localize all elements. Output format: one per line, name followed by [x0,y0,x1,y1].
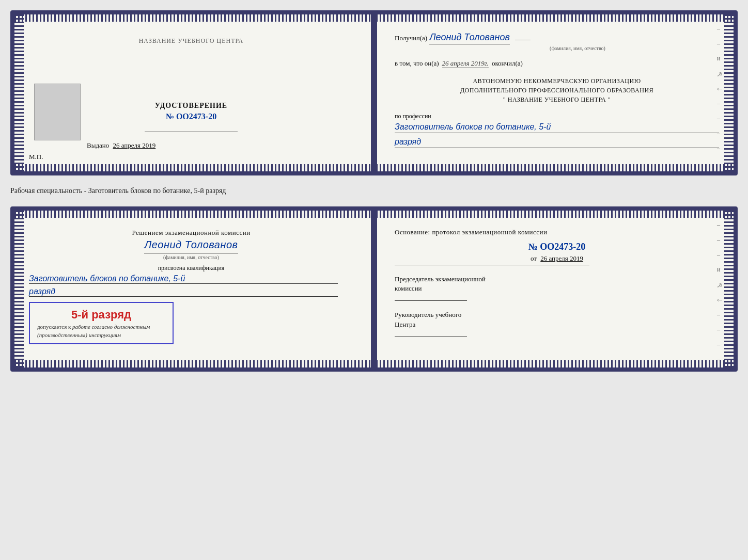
middle-label: Рабочая специальность - Заготовитель бло… [10,185,738,197]
poluchil-prefix: Получил(а) [395,34,427,42]
doc2-left: Решением экзаменационной комиссии Леонид… [14,211,374,367]
vtom-date: 26 апреля 2019г. [442,59,489,68]
signature-line-1 [395,300,467,301]
doc1-right: – – и ‚а ‹– – – – – Получил(а) Леонид То… [374,14,734,171]
poluchil-line: Получил(а) Леонид Толованов [395,32,719,44]
kval-value: Заготовитель блоков по ботанике, 5-й [29,274,338,284]
vydano-date: 26 апреля 2019 [113,141,156,149]
mp-label: М.П. [29,153,43,161]
osnovanie-label: Основание: протокол экзаменационной коми… [395,228,719,236]
stamp-dopusk: допускается к работе согласно должностны… [37,324,165,330]
prisvoena-label: присвоена квалификация [29,264,353,272]
doc2-right: – – – и ‚а ‹– – – – – Основание: протоко… [374,211,734,367]
professiya-value: Заготовитель блоков по ботанике, 5-й [395,122,719,133]
ot-date-value: 26 апреля 2019 [540,254,583,262]
left-texture-1 [14,14,24,171]
document-card-1: НАЗВАНИЕ УЧЕБНОГО ЦЕНТРА УДОСТОВЕРЕНИЕ №… [10,10,738,175]
avtonom-line1: АВТОНОМНУЮ НЕКОММЕРЧЕСКУЮ ОРГАНИЗАЦИЮ [395,76,719,86]
razryad-value-2: разряд [29,287,338,297]
rukovoditel-line2: Центра [395,320,719,329]
right-texture-1 [724,14,734,171]
dash-after-name [515,40,531,40]
rukovoditel-label: Руководитель учебного Центра [395,310,719,329]
dopusk-prefix: допускается к [37,324,71,330]
fio-hint-2: (фамилия, имя, отчество) [29,254,353,260]
rukovoditel-line1: Руководитель учебного [395,310,719,319]
udostoverenie-block: УДОСТОВЕРЕНИЕ № OO2473-20 [155,71,227,121]
predsedatel-label: Председатель экзаменационной комиссии [395,275,719,293]
dopusk-italic: работе согласно должностным [72,324,150,330]
predsedatel-line2: комиссии [395,284,719,293]
razryad-value-1: разряд [395,137,719,148]
stamp-box: 5-й разряд допускается к работе согласно… [29,302,174,344]
ot-date: от 26 апреля 2019 [395,254,719,263]
vydano-label: Выдано [87,141,109,149]
ot-line [395,265,589,265]
photo-placeholder [34,84,81,140]
protocol-number: № OO2473-20 [395,242,719,252]
resheniem-block: Решением экзаменационной комиссии Леонид… [29,228,353,253]
ot-prefix: от [531,254,537,262]
left-texture-2 [14,211,24,367]
fio-hint-1: (фамилия, имя, отчество) [436,45,719,51]
predsedatel-line1: Председатель экзаменационной [395,275,719,284]
doc1-left: НАЗВАНИЕ УЧЕБНОГО ЦЕНТРА УДОСТОВЕРЕНИЕ №… [14,14,374,171]
avtonom-line3: " НАЗВАНИЕ УЧЕБНОГО ЦЕНТРА " [395,95,719,104]
avtonom-line2: ДОПОЛНИТЕЛЬНОГО ПРОФЕССИОНАЛЬНОГО ОБРАЗО… [395,86,719,95]
line1 [145,132,238,132]
okoncil: окончил(а) [492,59,523,68]
right-margin-marks-1: – – и ‚а ‹– – – – – [717,25,722,152]
right-texture-2 [724,211,734,367]
avtonom-block: АВТОНОМНУЮ НЕКОММЕРЧЕСКУЮ ОРГАНИЗАЦИЮ ДО… [395,76,719,104]
vtom-prefix: в том, что он(а) [395,59,439,68]
right-margin-marks-2: – – – и ‚а ‹– – – – – [717,221,722,363]
resheniem-label: Решением экзаменационной комиссии [29,228,353,237]
vydano-line: Выдано 26 апреля 2019 [87,141,155,150]
vtom-line: в том, что он(а) 26 апреля 2019г. окончи… [395,59,719,68]
dopusk-italic2: (производственным) инструкциям [37,332,165,338]
udostoverenie-title: УДОСТОВЕРЕНИЕ [155,102,227,110]
po-professii-label: по профессии [395,113,719,120]
stamp-main-text: 5-й разряд [37,308,165,322]
signature-line-2 [395,337,467,337]
document-card-2: Решением экзаменационной комиссии Леонид… [10,206,738,372]
nazvanie-label: НАЗВАНИЕ УЧЕБНОГО ЦЕНТРА [139,37,244,45]
poluchil-name: Леонид Толованов [429,32,510,44]
page-container: НАЗВАНИЕ УЧЕБНОГО ЦЕНТРА УДОСТОВЕРЕНИЕ №… [10,10,738,372]
leonid-name: Леонид Толованов [144,237,238,253]
udostoverenie-number: № OO2473-20 [155,112,227,121]
